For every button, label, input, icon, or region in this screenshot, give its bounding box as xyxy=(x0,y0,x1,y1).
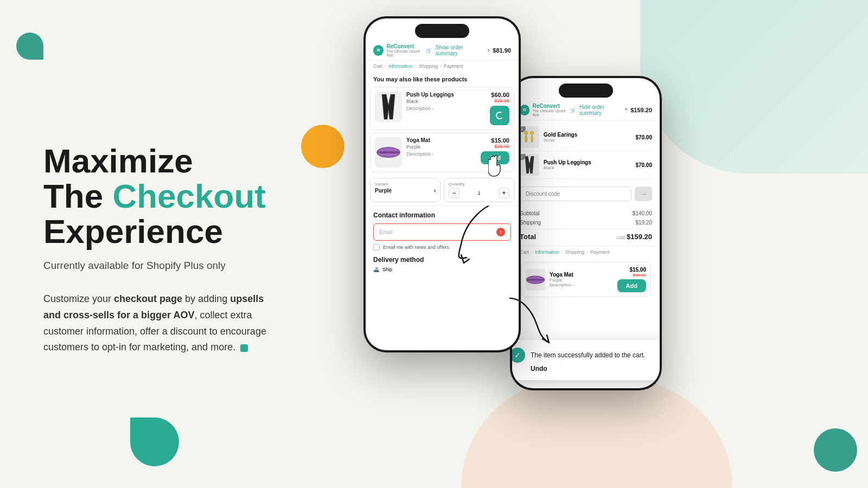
right-logo-icon: R xyxy=(520,105,529,115)
total-value: $159.20 xyxy=(627,233,652,241)
contact-section: Contact information Email ! Email me wit… xyxy=(366,206,519,278)
svg-rect-3 xyxy=(378,151,399,153)
variant-label: Variant xyxy=(375,182,436,187)
main-screen-header: R ReConvert The Ultimate Upsell App 🛒 Sh… xyxy=(366,40,519,61)
phone-notch-right xyxy=(559,84,613,98)
add-btn-yogamat[interactable]: Add xyxy=(481,151,509,164)
order-summary-toggle[interactable]: 🛒 Show order summary › $81.90 xyxy=(426,44,511,56)
variant-value[interactable]: Purple › xyxy=(375,188,436,194)
rb-info: Information xyxy=(535,249,559,255)
toast-notification: ✓ The item successfully added to the car… xyxy=(512,340,660,380)
breadcrumb-payment: Payment xyxy=(444,63,463,69)
qty-minus-btn[interactable]: − xyxy=(449,188,459,198)
breadcrumb-shipping: Shipping xyxy=(419,63,438,69)
qty-control[interactable]: Quantity − 1 + xyxy=(444,178,514,202)
product-name-yogamat: Yoga Mat xyxy=(406,137,476,143)
shipping-label: Shipping xyxy=(520,220,541,226)
bottom-yogamat-desc: Description › xyxy=(550,282,613,287)
contact-title: Contact information xyxy=(373,211,511,219)
phone-notch-main xyxy=(415,24,469,38)
leggings-price-right: $70.00 xyxy=(635,162,652,168)
totals-section: Subtotal $140.00 Shipping $19.20 Total U… xyxy=(512,206,660,246)
shipping-value: $19.20 xyxy=(635,220,652,226)
logo-text-block: ReConvert The Ultimate Upsell App xyxy=(386,43,426,57)
email-input-field[interactable]: Email ! xyxy=(373,223,511,241)
teal-dot-decoration xyxy=(240,344,248,352)
cart-icon-main: 🛒 xyxy=(426,48,432,53)
order-row-earrings: 1 Gold Earings Small xyxy=(520,124,652,151)
order-item-img-leggings-right: 1 xyxy=(520,154,539,176)
bottom-yogamat-info: Yoga Mat Purple Description › xyxy=(550,272,613,287)
headline-line1: Maximize xyxy=(43,142,193,179)
headline-checkout: Checkout xyxy=(112,177,265,215)
subtotal-row: Subtotal $140.00 xyxy=(520,209,652,218)
bottom-yogamat-img xyxy=(526,269,545,291)
page-wrapper: Maximize The Checkout Experience Current… xyxy=(0,0,868,488)
rb-cart: Cart xyxy=(520,249,529,255)
product-desc-yogamat: Description › xyxy=(406,151,476,157)
earrings-sub: Small xyxy=(544,138,631,143)
shipping-row: Shipping $19.20 xyxy=(520,218,652,227)
breadcrumb-main: Cart › Information › Shipping › Payment xyxy=(366,61,519,72)
right-logo-text: ReConvert The Ultimate Upsell App xyxy=(532,103,570,117)
order-summary-label-main[interactable]: Show order summary xyxy=(435,44,484,56)
bottom-yogamat-variant: Purple xyxy=(550,278,613,282)
newsletter-checkbox[interactable] xyxy=(373,244,380,251)
order-item-info-leggings: Push Up Leggings Black xyxy=(544,159,631,170)
earrings-price: $70.00 xyxy=(635,134,652,140)
bottom-yogamat-name: Yoga Mat xyxy=(550,272,613,278)
discount-row: Discount code → xyxy=(512,182,660,206)
you-may-also-like-heading: You may also like these products xyxy=(366,72,519,85)
right-order-summary-label[interactable]: Hide order summary xyxy=(579,104,622,116)
product-img-yogamat xyxy=(375,137,402,168)
product-prices-yogamat: $15.00 $20.00 xyxy=(491,137,509,149)
toast-header: ✓ The item successfully added to the car… xyxy=(512,348,660,363)
variant-select[interactable]: Variant Purple › xyxy=(370,178,441,202)
add-btn-leggings[interactable] xyxy=(490,106,509,125)
cart-icon-right: 🛒 xyxy=(570,107,576,113)
newsletter-label: Email me with news and offers xyxy=(383,245,449,250)
main-screen-content: R ReConvert The Ultimate Upsell App 🛒 Sh… xyxy=(366,18,519,350)
discount-apply-btn[interactable]: → xyxy=(635,187,652,201)
ship-icon: 🚢 xyxy=(373,267,379,272)
email-placeholder: Email xyxy=(379,229,393,235)
leggings-sub-right: Black xyxy=(544,165,631,170)
right-order-summary-toggle[interactable]: 🛒 Hide order summary ^ $159.20 xyxy=(570,104,652,116)
total-currency: USD xyxy=(616,235,626,240)
toast-undo-btn[interactable]: Undo xyxy=(512,365,660,373)
delivery-option: 🚢 Ship xyxy=(373,267,511,272)
newsletter-row[interactable]: Email me with news and offers xyxy=(373,244,511,251)
qty-plus-btn[interactable]: + xyxy=(499,188,509,198)
breadcrumb-right: Cart › Information › Shipping › Payment xyxy=(512,246,660,258)
product-info-yogamat: Yoga Mat Purple Description › xyxy=(406,137,476,157)
product-info-leggings: Push Up Leggings Black Description › xyxy=(406,92,486,111)
rb-payment: Payment xyxy=(590,249,610,255)
toast-message: The item successfully added to the cart. xyxy=(531,351,660,359)
product-prices-leggings: $60.00 $70.00 xyxy=(491,92,509,104)
bottom-yogamat-prices: $15.00 $20.00 xyxy=(629,267,646,278)
product-name-leggings: Push Up Leggings xyxy=(406,92,486,98)
chevron-right: ^ xyxy=(625,107,627,113)
right-screen-content: R ReConvert The Ultimate Upsell App 🛒 Hi… xyxy=(512,78,660,388)
product-card-yogamat: Yoga Mat Purple Description › $15.00 $20… xyxy=(370,132,514,172)
toast-check-icon: ✓ xyxy=(512,348,525,363)
bottom-yogamat-price-btn: $15.00 $20.00 Add xyxy=(617,267,646,292)
svg-point-4 xyxy=(525,131,528,134)
svg-rect-8 xyxy=(527,279,544,280)
ship-label: Ship xyxy=(382,267,392,272)
discount-input[interactable]: Discount code xyxy=(520,187,631,201)
product-variant-leggings: Black xyxy=(406,99,486,104)
right-screen-header: R ReConvert The Ultimate Upsell App 🛒 Hi… xyxy=(512,100,660,120)
qty-label: Quantity xyxy=(449,182,509,187)
breadcrumb-info: Information xyxy=(388,63,413,69)
reconvert-logo-main: R ReConvert The Ultimate Upsell App xyxy=(373,43,426,57)
left-section: Maximize The Checkout Experience Current… xyxy=(0,0,315,488)
bottom-add-btn-yogamat[interactable]: Add xyxy=(617,279,646,292)
product-desc-leggings: Description › xyxy=(406,106,486,111)
svg-point-0 xyxy=(495,111,503,119)
order-price-main: $81.90 xyxy=(493,47,511,54)
phone-right-screen: R ReConvert The Ultimate Upsell App 🛒 Hi… xyxy=(512,78,660,388)
phone-right: R ReConvert The Ultimate Upsell App 🛒 Hi… xyxy=(510,76,662,390)
error-icon: ! xyxy=(496,228,505,236)
product-variant-yogamat: Purple xyxy=(406,144,476,150)
